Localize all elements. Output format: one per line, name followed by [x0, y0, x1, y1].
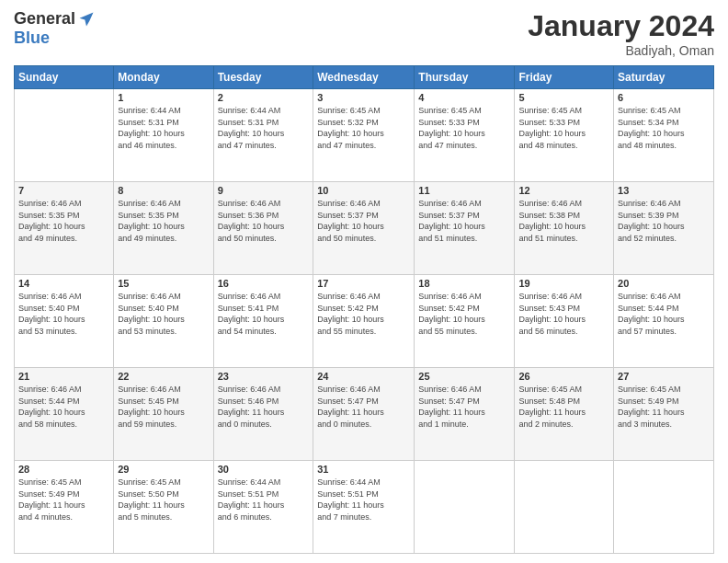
header-friday: Friday [515, 66, 614, 89]
day-number: 13 [618, 185, 710, 196]
day-info: Sunrise: 6:45 AMSunset: 5:33 PMDaylight:… [518, 105, 609, 151]
day-number: 4 [418, 92, 510, 103]
day-info: Sunrise: 6:46 AMSunset: 5:47 PMDaylight:… [418, 384, 510, 430]
day-cell: 29Sunrise: 6:45 AMSunset: 5:50 PMDayligh… [114, 461, 213, 554]
header: General Blue January 2024 Badiyah, Oman [14, 9, 714, 58]
day-cell: 20Sunrise: 6:46 AMSunset: 5:44 PMDayligh… [614, 275, 714, 368]
day-cell: 11Sunrise: 6:46 AMSunset: 5:37 PMDayligh… [415, 182, 515, 275]
day-number: 12 [518, 185, 609, 196]
day-cell [515, 461, 614, 554]
day-number: 11 [418, 185, 510, 196]
day-cell: 18Sunrise: 6:46 AMSunset: 5:42 PMDayligh… [415, 275, 515, 368]
day-cell: 19Sunrise: 6:46 AMSunset: 5:43 PMDayligh… [515, 275, 614, 368]
day-info: Sunrise: 6:46 AMSunset: 5:44 PMDaylight:… [18, 384, 109, 430]
day-number: 2 [218, 92, 310, 103]
logo-general: General [14, 9, 75, 29]
day-cell: 10Sunrise: 6:46 AMSunset: 5:37 PMDayligh… [313, 182, 415, 275]
day-number: 5 [518, 92, 609, 103]
day-number: 23 [218, 371, 310, 382]
day-cell: 14Sunrise: 6:46 AMSunset: 5:40 PMDayligh… [15, 275, 114, 368]
day-info: Sunrise: 6:45 AMSunset: 5:49 PMDaylight:… [618, 384, 710, 430]
day-info: Sunrise: 6:45 AMSunset: 5:34 PMDaylight:… [618, 105, 710, 151]
day-cell: 23Sunrise: 6:46 AMSunset: 5:46 PMDayligh… [213, 368, 313, 461]
logo-bird-icon [77, 10, 96, 29]
day-number: 24 [317, 371, 410, 382]
day-info: Sunrise: 6:46 AMSunset: 5:36 PMDaylight:… [218, 198, 310, 244]
calendar: Sunday Monday Tuesday Wednesday Thursday… [14, 65, 714, 554]
logo-text: General [14, 9, 96, 29]
day-info: Sunrise: 6:46 AMSunset: 5:42 PMDaylight:… [418, 291, 510, 337]
day-number: 17 [317, 278, 410, 289]
day-cell [415, 461, 515, 554]
day-number: 18 [418, 278, 510, 289]
day-cell: 5Sunrise: 6:45 AMSunset: 5:33 PMDaylight… [515, 89, 614, 182]
day-cell: 12Sunrise: 6:46 AMSunset: 5:38 PMDayligh… [515, 182, 614, 275]
day-number: 1 [118, 92, 209, 103]
day-cell: 22Sunrise: 6:46 AMSunset: 5:45 PMDayligh… [114, 368, 213, 461]
day-info: Sunrise: 6:46 AMSunset: 5:39 PMDaylight:… [618, 198, 710, 244]
day-number: 3 [317, 92, 410, 103]
day-number: 29 [118, 464, 209, 475]
day-info: Sunrise: 6:45 AMSunset: 5:48 PMDaylight:… [518, 384, 609, 430]
day-cell: 3Sunrise: 6:45 AMSunset: 5:32 PMDaylight… [313, 89, 415, 182]
days-header-row: Sunday Monday Tuesday Wednesday Thursday… [15, 66, 714, 89]
title-area: January 2024 Badiyah, Oman [528, 9, 714, 58]
day-number: 25 [418, 371, 510, 382]
week-row-2: 14Sunrise: 6:46 AMSunset: 5:40 PMDayligh… [15, 275, 714, 368]
page: General Blue January 2024 Badiyah, Oman … [0, 0, 728, 563]
day-info: Sunrise: 6:46 AMSunset: 5:46 PMDaylight:… [218, 384, 310, 430]
day-info: Sunrise: 6:46 AMSunset: 5:35 PMDaylight:… [118, 198, 209, 244]
day-cell: 4Sunrise: 6:45 AMSunset: 5:33 PMDaylight… [415, 89, 515, 182]
day-number: 20 [618, 278, 710, 289]
day-cell: 7Sunrise: 6:46 AMSunset: 5:35 PMDaylight… [15, 182, 114, 275]
day-cell: 17Sunrise: 6:46 AMSunset: 5:42 PMDayligh… [313, 275, 415, 368]
day-number: 27 [618, 371, 710, 382]
day-number: 26 [518, 371, 609, 382]
day-number: 19 [518, 278, 609, 289]
day-cell: 8Sunrise: 6:46 AMSunset: 5:35 PMDaylight… [114, 182, 213, 275]
header-thursday: Thursday [415, 66, 515, 89]
day-cell: 21Sunrise: 6:46 AMSunset: 5:44 PMDayligh… [15, 368, 114, 461]
day-info: Sunrise: 6:46 AMSunset: 5:41 PMDaylight:… [218, 291, 310, 337]
month-title: January 2024 [528, 9, 714, 43]
location: Badiyah, Oman [528, 43, 714, 58]
header-tuesday: Tuesday [213, 66, 313, 89]
day-info: Sunrise: 6:44 AMSunset: 5:31 PMDaylight:… [118, 105, 209, 151]
day-info: Sunrise: 6:44 AMSunset: 5:31 PMDaylight:… [218, 105, 310, 151]
day-info: Sunrise: 6:46 AMSunset: 5:47 PMDaylight:… [317, 384, 410, 430]
day-cell: 1Sunrise: 6:44 AMSunset: 5:31 PMDaylight… [114, 89, 213, 182]
day-cell: 30Sunrise: 6:44 AMSunset: 5:51 PMDayligh… [213, 461, 313, 554]
day-info: Sunrise: 6:46 AMSunset: 5:45 PMDaylight:… [118, 384, 209, 430]
day-number: 7 [18, 185, 109, 196]
day-info: Sunrise: 6:46 AMSunset: 5:40 PMDaylight:… [118, 291, 209, 337]
logo-blue: Blue [14, 29, 50, 48]
day-number: 16 [218, 278, 310, 289]
day-info: Sunrise: 6:46 AMSunset: 5:35 PMDaylight:… [18, 198, 109, 244]
day-info: Sunrise: 6:46 AMSunset: 5:37 PMDaylight:… [317, 198, 410, 244]
day-info: Sunrise: 6:45 AMSunset: 5:49 PMDaylight:… [18, 477, 109, 523]
day-info: Sunrise: 6:46 AMSunset: 5:42 PMDaylight:… [317, 291, 410, 337]
week-row-3: 21Sunrise: 6:46 AMSunset: 5:44 PMDayligh… [15, 368, 714, 461]
day-number: 14 [18, 278, 109, 289]
day-cell: 27Sunrise: 6:45 AMSunset: 5:49 PMDayligh… [614, 368, 714, 461]
day-cell: 16Sunrise: 6:46 AMSunset: 5:41 PMDayligh… [213, 275, 313, 368]
day-info: Sunrise: 6:46 AMSunset: 5:44 PMDaylight:… [618, 291, 710, 337]
day-info: Sunrise: 6:45 AMSunset: 5:33 PMDaylight:… [418, 105, 510, 151]
day-info: Sunrise: 6:46 AMSunset: 5:40 PMDaylight:… [18, 291, 109, 337]
header-saturday: Saturday [614, 66, 714, 89]
day-cell: 26Sunrise: 6:45 AMSunset: 5:48 PMDayligh… [515, 368, 614, 461]
day-cell: 15Sunrise: 6:46 AMSunset: 5:40 PMDayligh… [114, 275, 213, 368]
day-cell: 28Sunrise: 6:45 AMSunset: 5:49 PMDayligh… [15, 461, 114, 554]
day-cell: 31Sunrise: 6:44 AMSunset: 5:51 PMDayligh… [313, 461, 415, 554]
day-number: 22 [118, 371, 209, 382]
day-cell [614, 461, 714, 554]
week-row-1: 7Sunrise: 6:46 AMSunset: 5:35 PMDaylight… [15, 182, 714, 275]
day-info: Sunrise: 6:46 AMSunset: 5:38 PMDaylight:… [518, 198, 609, 244]
day-number: 10 [317, 185, 410, 196]
day-cell: 2Sunrise: 6:44 AMSunset: 5:31 PMDaylight… [213, 89, 313, 182]
day-info: Sunrise: 6:46 AMSunset: 5:37 PMDaylight:… [418, 198, 510, 244]
day-number: 30 [218, 464, 310, 475]
day-number: 9 [218, 185, 310, 196]
header-wednesday: Wednesday [313, 66, 415, 89]
week-row-4: 28Sunrise: 6:45 AMSunset: 5:49 PMDayligh… [15, 461, 714, 554]
